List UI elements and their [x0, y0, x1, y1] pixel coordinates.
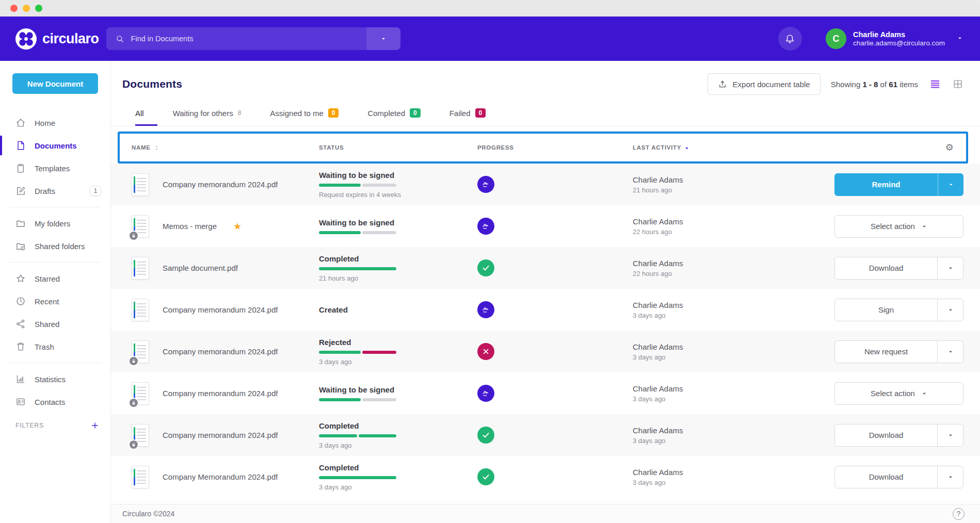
table-row-5[interactable]: Company memorandum 2024.pdf ★ Rejected 3…	[111, 331, 980, 372]
status-text: Waiting to be signed	[319, 385, 477, 394]
close-window-button[interactable]	[10, 5, 18, 12]
progress-segment	[362, 351, 396, 354]
tab-label: Completed	[367, 109, 405, 118]
circularo-logo[interactable]: circularo	[15, 28, 99, 50]
sidebar-item-shared-folders[interactable]: Shared folders	[0, 235, 110, 257]
document-name: Company memorandum 2024.pdf	[163, 389, 278, 398]
page-footer: Circularo ©2024 ?	[111, 504, 980, 523]
action-dropdown-button[interactable]	[938, 257, 963, 279]
user-email: charlie.adams@circularo.com	[853, 39, 945, 48]
sidebar-item-statistics[interactable]: Statistics	[0, 368, 110, 390]
tab-completed[interactable]: Completed0	[367, 108, 433, 126]
tab-assigned-to-me[interactable]: Assigned to me0	[270, 108, 352, 126]
sidebar-item-label: Templates	[35, 164, 70, 173]
add-filter-button[interactable]	[91, 421, 99, 430]
status-subtext: 3 days ago	[319, 483, 477, 491]
table-settings-gear-icon[interactable]: ⚙	[945, 143, 954, 152]
table-row-3[interactable]: Sample document.pdf ★ Completed 21 hours…	[111, 247, 980, 289]
sign-button[interactable]: Sign	[834, 299, 963, 321]
document-name: Memos - merge	[163, 222, 217, 231]
sidebar-item-home[interactable]: Home	[0, 111, 110, 134]
completed-check-icon	[477, 259, 494, 276]
grid-view-button[interactable]	[952, 78, 963, 90]
draft-icon	[15, 186, 26, 196]
action-button-label: Download	[869, 264, 904, 272]
progress-bar	[319, 184, 396, 187]
action-dropdown-button[interactable]	[938, 173, 963, 196]
sidebar-item-my-folders[interactable]: My folders	[0, 212, 110, 235]
table-row-8[interactable]: Company Memorandum 2024.pdf ★ Completed …	[111, 456, 980, 498]
chevron-down-icon	[957, 34, 963, 43]
sort-desc-icon	[684, 144, 690, 151]
sidebar-item-label: Starred	[35, 274, 60, 283]
sidebar-item-contacts[interactable]: Contacts	[0, 390, 110, 413]
table-row-2[interactable]: Memos - merge ★ Waiting to be signed Cha…	[111, 205, 980, 247]
activity-actor: Charlie Adams	[633, 426, 831, 435]
download-button[interactable]: Download	[834, 257, 963, 280]
status-subtext: 3 days ago	[319, 442, 477, 449]
sidebar-item-templates[interactable]: Templates	[0, 157, 110, 179]
table-row-7[interactable]: Company memorandum 2024.pdf ★ Completed …	[111, 414, 980, 456]
select-action-button[interactable]: Select action	[834, 215, 963, 238]
sidebar-item-label: Statistics	[35, 375, 66, 384]
action-button-label: Remind	[872, 180, 900, 189]
completed-check-icon	[477, 427, 494, 444]
table-row-6[interactable]: Company memorandum 2024.pdf ★ Waiting to…	[111, 372, 980, 414]
chevron-down-icon	[921, 390, 927, 397]
progress-segment	[319, 184, 361, 187]
sidebar-item-documents[interactable]: Documents	[0, 134, 110, 157]
action-dropdown-button[interactable]	[938, 424, 963, 446]
activity-time: 3 days ago	[633, 395, 831, 403]
new-request-button[interactable]: New request	[834, 340, 963, 363]
download-button[interactable]: Download	[834, 424, 963, 447]
progress-segment	[362, 184, 396, 187]
tab-waiting-for-others[interactable]: Waiting for others8	[173, 108, 255, 126]
sidebar-item-shared[interactable]: Shared	[0, 313, 110, 335]
sidebar-item-starred[interactable]: Starred	[0, 267, 110, 290]
export-document-table-button[interactable]: Export document table	[708, 73, 821, 95]
tab-all[interactable]: All	[135, 108, 157, 126]
sidebar-item-recent[interactable]: Recent	[0, 290, 110, 313]
new-document-button[interactable]: New Document	[12, 73, 98, 94]
action-dropdown-button[interactable]	[938, 466, 963, 488]
search-input[interactable]	[131, 35, 366, 43]
select-action-button[interactable]: Select action	[834, 382, 963, 405]
sort-icon[interactable]	[153, 144, 160, 151]
action-dropdown-button[interactable]	[938, 341, 963, 363]
maximize-window-button[interactable]	[35, 5, 42, 12]
progress-bar	[319, 398, 396, 401]
table-row-1[interactable]: Company memorandum 2024.pdf ★ Waiting to…	[111, 164, 980, 205]
download-button[interactable]: Download	[834, 466, 963, 488]
action-dropdown-button[interactable]	[938, 299, 963, 321]
tab-failed[interactable]: Failed0	[449, 108, 500, 126]
completed-check-icon	[477, 468, 494, 485]
document-thumbnail	[132, 257, 149, 280]
notifications-button[interactable]	[778, 27, 802, 51]
list-view-button[interactable]	[929, 78, 941, 90]
help-button[interactable]: ?	[953, 508, 965, 520]
progress-segment	[362, 398, 396, 401]
sidebar-nav: HomeDocumentsTemplatesDrafts1My foldersS…	[0, 111, 110, 413]
table-header-row: NAME STATUS PROGRESS LAST ACTIVITY ⚙	[118, 132, 968, 164]
star-icon	[15, 273, 26, 284]
export-icon	[718, 79, 727, 89]
column-header-progress[interactable]: PROGRESS	[477, 144, 633, 151]
user-menu[interactable]: C Charlie Adams charlie.adams@circularo.…	[826, 28, 963, 49]
activity-actor: Charlie Adams	[633, 217, 831, 226]
progress-bar	[319, 476, 396, 479]
remind-button[interactable]: Remind	[834, 173, 963, 196]
sidebar-item-trash[interactable]: Trash	[0, 335, 110, 358]
clock-icon	[15, 296, 26, 306]
search-scope-dropdown[interactable]	[366, 27, 400, 50]
action-button-label: New request	[864, 347, 908, 356]
sidebar-item-drafts[interactable]: Drafts1	[0, 179, 110, 202]
status-subtext: 3 days ago	[319, 358, 477, 366]
document-icon	[15, 140, 26, 151]
activity-time: 22 hours ago	[633, 228, 831, 236]
tab-label: Waiting for others	[173, 109, 233, 118]
column-header-name[interactable]: NAME	[132, 144, 319, 151]
column-header-last-activity[interactable]: LAST ACTIVITY	[633, 144, 945, 151]
table-row-4[interactable]: Company memorandum 2024.pdf ★ Created Ch…	[111, 289, 980, 331]
column-header-status[interactable]: STATUS	[319, 144, 477, 151]
minimize-window-button[interactable]	[23, 5, 30, 12]
